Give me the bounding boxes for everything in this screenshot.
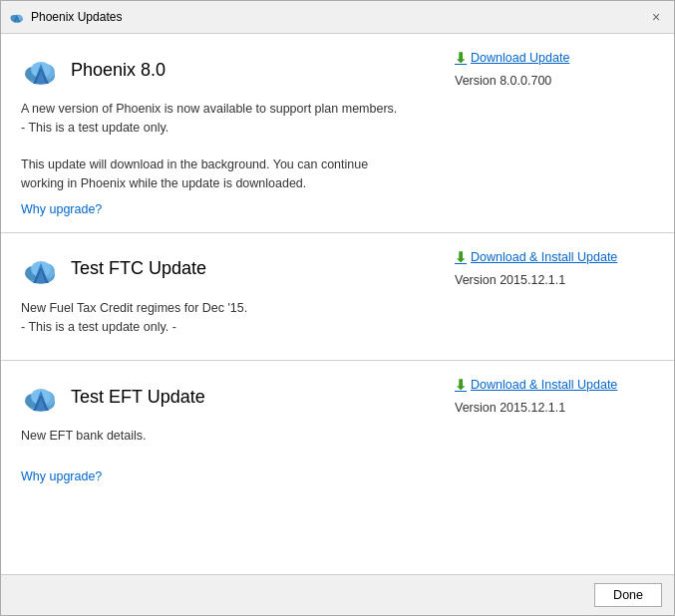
- update-header-ftc: Test FTC Update: [21, 249, 435, 289]
- update-desc-phoenix-80: A new version of Phoenix is now availabl…: [21, 100, 435, 193]
- download-link-eft[interactable]: ⬇ Download & Install Update: [455, 377, 654, 393]
- update-right-phoenix-80: ⬇ Download Update Version 8.0.0.700: [455, 50, 654, 216]
- eft-logo-icon: [21, 377, 61, 417]
- update-desc-ftc: New Fuel Tax Credit regimes for Dec '15.…: [21, 299, 435, 337]
- window-title: Phoenix Updates: [31, 10, 122, 24]
- why-upgrade-link-phoenix-80[interactable]: Why upgrade?: [21, 202, 102, 216]
- update-right-eft: ⬇ Download & Install Update Version 2015…: [455, 377, 654, 483]
- update-section-eft: Test EFT Update New EFT bank details. Wh…: [1, 361, 674, 495]
- update-left-eft: Test EFT Update New EFT bank details. Wh…: [21, 377, 435, 483]
- done-button[interactable]: Done: [594, 583, 662, 607]
- ftc-logo-icon: [21, 249, 61, 289]
- title-bar: Phoenix Updates ×: [1, 1, 674, 34]
- download-arrow-icon: ⬇: [455, 50, 467, 66]
- update-header-eft: Test EFT Update: [21, 377, 435, 417]
- update-section-phoenix-80: Phoenix 8.0 A new version of Phoenix is …: [1, 34, 674, 233]
- update-title-phoenix-80: Phoenix 8.0: [71, 60, 166, 81]
- version-ftc: Version 2015.12.1.1: [455, 273, 654, 287]
- update-right-ftc: ⬇ Download & Install Update Version 2015…: [455, 249, 654, 345]
- version-phoenix-80: Version 8.0.0.700: [455, 74, 654, 88]
- download-link-phoenix-80[interactable]: ⬇ Download Update: [455, 50, 654, 66]
- update-left-ftc: Test FTC Update New Fuel Tax Credit regi…: [21, 249, 435, 345]
- update-section-ftc: Test FTC Update New Fuel Tax Credit regi…: [1, 233, 674, 362]
- footer: Done: [1, 574, 674, 615]
- title-bar-left: Phoenix Updates: [9, 9, 122, 25]
- download-arrow-icon-eft: ⬇: [455, 377, 467, 393]
- app-icon: [9, 9, 25, 25]
- update-desc-eft: New EFT bank details.: [21, 427, 435, 446]
- update-header-phoenix-80: Phoenix 8.0: [21, 50, 435, 90]
- update-title-ftc: Test FTC Update: [71, 258, 206, 279]
- download-link-ftc[interactable]: ⬇ Download & Install Update: [455, 249, 654, 265]
- main-window: Phoenix Updates ×: [0, 0, 675, 616]
- update-title-eft: Test EFT Update: [71, 387, 205, 408]
- phoenix-logo-icon: [21, 50, 61, 90]
- update-left-phoenix-80: Phoenix 8.0 A new version of Phoenix is …: [21, 50, 435, 216]
- download-arrow-icon-ftc: ⬇: [455, 249, 467, 265]
- version-eft: Version 2015.12.1.1: [455, 401, 654, 415]
- close-button[interactable]: ×: [646, 7, 666, 27]
- why-upgrade-link-eft[interactable]: Why upgrade?: [21, 469, 102, 483]
- updates-content: Phoenix 8.0 A new version of Phoenix is …: [1, 34, 674, 574]
